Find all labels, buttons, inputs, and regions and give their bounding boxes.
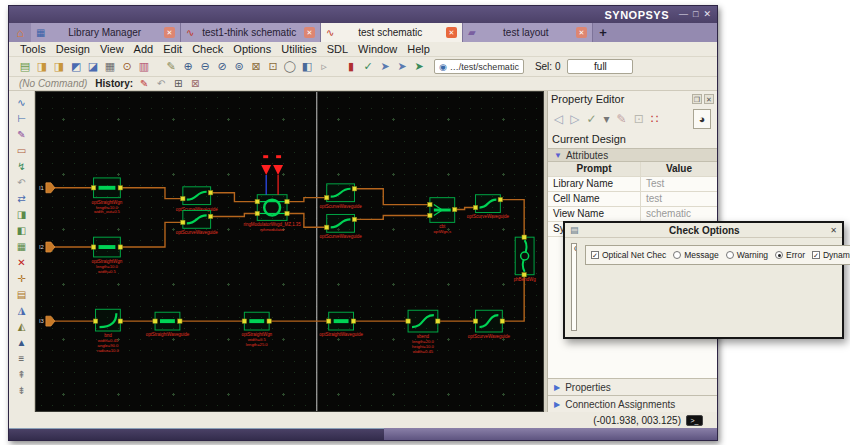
component-pin[interactable] [436, 319, 440, 323]
menu-sdl[interactable]: SDL [322, 43, 353, 55]
scroll-up-icon[interactable]: ⇞ [13, 367, 30, 382]
zoom-selected-icon[interactable]: ⊚ [231, 59, 247, 74]
component-pin[interactable] [242, 319, 246, 323]
instance-tool-icon[interactable]: ▭ [13, 143, 30, 158]
menu-options[interactable]: Options [228, 43, 276, 55]
component-pin[interactable] [118, 186, 122, 190]
component-pin[interactable] [522, 235, 526, 239]
title-bar[interactable]: SYNOPSYS —□✕ [9, 6, 717, 23]
next-object-icon[interactable]: ▷ [570, 112, 579, 126]
grid-icon[interactable]: ⊞ [171, 78, 185, 89]
menu-add[interactable]: Add [129, 43, 159, 55]
pin-tool-icon[interactable]: ⊢ [13, 111, 30, 126]
probe-tool-icon[interactable]: ✛ [13, 271, 30, 286]
option-dynamic[interactable]: ✓Dynamic [812, 250, 850, 260]
component-pin[interactable] [473, 205, 477, 209]
component-pin[interactable] [181, 196, 185, 200]
component-pin[interactable] [352, 187, 356, 191]
component-pin[interactable] [352, 217, 356, 221]
schematic-canvas[interactable]: I1I2I3optStraightWgnlength=10.0width_out… [35, 91, 544, 412]
cellview-path-combo[interactable]: ◉ …/test/schematic [434, 59, 524, 74]
zoom-out-icon[interactable]: ⊖ [197, 59, 213, 74]
edit-history-icon[interactable]: ✎ [137, 78, 151, 89]
component-pin[interactable] [285, 211, 289, 215]
tree-item-general[interactable]: General [574, 263, 577, 272]
zoom-fit-icon[interactable]: ⊘ [214, 59, 230, 74]
component-pin[interactable] [428, 213, 432, 217]
tree-item-compatibility[interactable]: Compatibility [574, 315, 577, 324]
tree-item-options[interactable]: ▼ Options [574, 255, 577, 264]
component-pin[interactable] [351, 319, 355, 323]
schematic-wire[interactable] [502, 275, 524, 321]
check-run-icon[interactable]: ➤ [411, 59, 427, 74]
close-button[interactable]: ✕ [703, 10, 711, 19]
menu-tools[interactable]: Tools [15, 43, 51, 55]
swap-tool-icon[interactable]: ⇄ [13, 191, 30, 206]
component-pin[interactable] [208, 191, 212, 195]
net-view-icon[interactable]: ∷ [651, 112, 659, 126]
component-pin[interactable] [453, 207, 457, 211]
dialog-close-icon[interactable]: ✕ [830, 226, 837, 235]
tree-item-rules[interactable]: ▼ Rules [574, 280, 577, 289]
tab-test-schematic[interactable]: ∿test schematic✕ [321, 23, 463, 42]
component-pin[interactable] [406, 319, 410, 323]
menu-check[interactable]: Check [187, 43, 228, 55]
check-1-icon[interactable]: ✓ [360, 59, 376, 74]
component-pin[interactable] [255, 199, 259, 203]
component-pin[interactable] [500, 319, 504, 323]
schematic-wire[interactable] [120, 188, 183, 199]
option-error[interactable]: Error [775, 250, 805, 260]
option-warning[interactable]: Warning [726, 250, 768, 260]
copy-icon[interactable]: ⊡ [634, 112, 644, 126]
attribute-value[interactable]: test [641, 192, 717, 206]
options-tool-icon[interactable]: ≡ [13, 351, 30, 366]
stretch-tool-icon[interactable]: ▦ [13, 239, 30, 254]
tab-test-layout[interactable]: ▰test layout✕ [463, 23, 593, 42]
component-body-bend[interactable] [96, 309, 121, 331]
menu-window[interactable]: Window [353, 43, 402, 55]
check-tool-icon[interactable]: ✎ [163, 59, 179, 74]
component-pin[interactable] [325, 196, 329, 200]
component-pin[interactable] [327, 319, 331, 323]
new-tab-button[interactable]: + [593, 23, 613, 42]
delete-tool-icon[interactable]: ✕ [13, 255, 30, 270]
float-panel-button[interactable]: ❐ [692, 94, 702, 104]
check-hier-icon[interactable]: ➤ [377, 59, 393, 74]
attribute-value[interactable]: schematic [641, 207, 717, 221]
fit-icon[interactable]: ⊠ [188, 78, 202, 89]
radio-icon[interactable] [726, 251, 734, 259]
rotate-tool-icon[interactable]: ◮ [13, 303, 30, 318]
option-optical-net-chec[interactable]: ✓Optical Net Chec [591, 250, 666, 260]
attribute-value[interactable]: Test [641, 177, 717, 191]
tab-library-manager[interactable]: ▦Library Manager✕ [31, 23, 181, 42]
component-pin[interactable] [93, 319, 97, 323]
zoom-in-icon[interactable]: ⊕ [180, 59, 196, 74]
attributes-section-header[interactable]: ▼ Attributes [548, 148, 717, 162]
component-pin[interactable] [118, 319, 122, 323]
electrical-terminal[interactable] [261, 165, 271, 175]
option-message[interactable]: Message [673, 250, 719, 260]
component-pin[interactable] [91, 245, 95, 249]
capture-icon[interactable]: ⊙ [119, 59, 135, 74]
ruler-tool-icon[interactable]: ▤ [13, 287, 30, 302]
mirror-tool-icon[interactable]: ◭ [13, 319, 30, 334]
tab-close-icon[interactable]: ✕ [164, 27, 175, 38]
tree-item-parameterized-con-[interactable]: Parameterized con... [574, 323, 577, 331]
maximize-button[interactable]: □ [693, 10, 698, 19]
prev-object-icon[interactable]: ◁ [554, 112, 563, 126]
attribute-row[interactable]: View Nameschematic [548, 207, 717, 222]
input-port[interactable] [46, 242, 55, 252]
component-pin[interactable] [255, 211, 259, 215]
schematic-wire[interactable] [287, 198, 327, 202]
component-pin[interactable] [325, 225, 329, 229]
menu-design[interactable]: Design [51, 43, 95, 55]
fit-window-icon[interactable]: ⊠ [248, 59, 264, 74]
component-pin[interactable] [153, 319, 157, 323]
tab-close-icon[interactable]: ✕ [576, 27, 587, 38]
spreadsheet-icon[interactable]: ▥ [136, 59, 152, 74]
edit-icon[interactable]: ✎ [617, 112, 627, 126]
label-tool-icon[interactable]: ✎ [13, 127, 30, 142]
electrical-terminal[interactable] [273, 165, 283, 175]
wire-tool-icon[interactable]: ∿ [13, 95, 30, 110]
attribute-row[interactable]: Library NameTest [548, 177, 717, 192]
